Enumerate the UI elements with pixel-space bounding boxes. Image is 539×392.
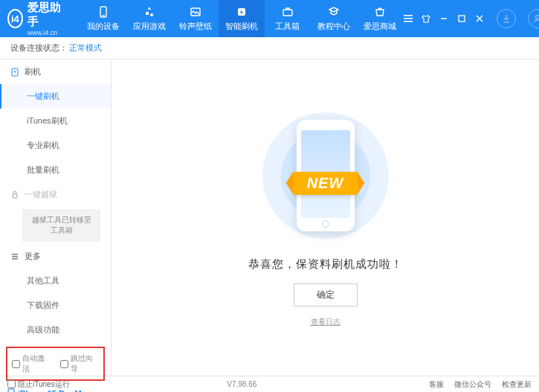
maximize-icon[interactable] bbox=[456, 13, 467, 24]
auto-activate-checkbox[interactable]: 自动激活 bbox=[12, 353, 51, 374]
menu-icon[interactable] bbox=[403, 13, 413, 24]
success-illustration: NEW bbox=[244, 109, 407, 242]
skip-setup-checkbox[interactable]: 跳过向导 bbox=[60, 353, 100, 374]
sidebar-pro-flash[interactable]: 专业刷机 bbox=[0, 133, 111, 158]
sidebar-batch-flash[interactable]: 批量刷机 bbox=[0, 158, 111, 182]
version-label: V7.98.66 bbox=[227, 380, 256, 388]
main-nav: 我的设备 应用游戏 铃声壁纸 智能刷机 工具箱 教程中心 爱思商城 bbox=[80, 0, 403, 37]
footer-wechat[interactable]: 微信公众号 bbox=[454, 379, 491, 390]
new-ribbon: NEW bbox=[294, 172, 358, 195]
nav-toolbox[interactable]: 工具箱 bbox=[265, 0, 311, 37]
shop-icon bbox=[373, 5, 387, 19]
nav-my-device[interactable]: 我的设备 bbox=[80, 0, 126, 37]
window-controls bbox=[403, 9, 539, 28]
sidebar-itunes-flash[interactable]: iTunes刷机 bbox=[0, 109, 111, 133]
block-itunes-checkbox[interactable]: 阻止iTunes运行 bbox=[7, 379, 70, 390]
svg-point-12 bbox=[535, 16, 539, 19]
titlebar: i4 爱思助手 www.i4.cn 我的设备 应用游戏 铃声壁纸 智能刷机 工具… bbox=[0, 0, 539, 37]
skin-icon[interactable] bbox=[421, 13, 431, 24]
sidebar-group-more[interactable]: 更多 bbox=[0, 244, 111, 269]
close-icon[interactable] bbox=[474, 13, 485, 24]
nav-flash[interactable]: 智能刷机 bbox=[219, 0, 265, 37]
sidebar-group-jailbreak: 一键越狱 bbox=[0, 182, 111, 207]
svg-rect-18 bbox=[8, 389, 14, 392]
svg-rect-9 bbox=[459, 16, 465, 22]
more-icon bbox=[10, 252, 19, 261]
svg-rect-7 bbox=[404, 21, 413, 22]
wallpaper-icon bbox=[189, 5, 202, 19]
minimize-icon[interactable] bbox=[439, 13, 449, 24]
sidebar-group-flash[interactable]: 刷机 bbox=[0, 60, 111, 84]
tutorial-icon bbox=[327, 5, 340, 19]
toolbox-icon bbox=[281, 5, 294, 19]
sidebar-other-tools[interactable]: 其他工具 bbox=[0, 269, 111, 293]
success-message: 恭喜您，保资料刷机成功啦！ bbox=[248, 257, 403, 271]
sidebar-advanced[interactable]: 高级功能 bbox=[0, 318, 111, 342]
user-button[interactable] bbox=[528, 9, 539, 28]
app-url: www.i4.cn bbox=[28, 29, 62, 36]
jailbreak-note: 越狱工具已转移至工具箱 bbox=[22, 209, 100, 242]
svg-rect-5 bbox=[404, 15, 413, 16]
svg-rect-4 bbox=[283, 10, 292, 16]
nav-apps[interactable]: 应用游戏 bbox=[126, 0, 172, 37]
svg-rect-14 bbox=[13, 194, 17, 198]
nav-shop[interactable]: 爱思商城 bbox=[357, 0, 403, 37]
status-label: 设备连接状态： bbox=[10, 42, 68, 54]
device-icon bbox=[97, 5, 110, 19]
main-panel: NEW 恭喜您，保资料刷机成功啦！ 确定 查看日志 bbox=[112, 60, 539, 376]
svg-rect-6 bbox=[404, 18, 413, 19]
app-name: 爱思助手 bbox=[28, 1, 62, 29]
flash-icon bbox=[235, 5, 248, 19]
view-log-link[interactable]: 查看日志 bbox=[311, 317, 340, 327]
footer-support[interactable]: 客服 bbox=[429, 379, 444, 390]
app-logo: i4 爱思助手 www.i4.cn bbox=[7, 1, 62, 36]
lock-icon bbox=[10, 190, 19, 199]
download-button[interactable] bbox=[497, 9, 516, 28]
status-bar: 设备连接状态： 正常模式 bbox=[0, 37, 539, 60]
nav-tutorials[interactable]: 教程中心 bbox=[311, 0, 357, 37]
sidebar-download-fw[interactable]: 下载固件 bbox=[0, 293, 111, 318]
flash-group-icon bbox=[10, 68, 19, 77]
nav-ringtones[interactable]: 铃声壁纸 bbox=[172, 0, 219, 37]
logo-icon: i4 bbox=[7, 9, 23, 28]
apps-icon bbox=[143, 5, 156, 19]
ok-button[interactable]: 确定 bbox=[294, 283, 358, 306]
sidebar: 刷机 一键刷机 iTunes刷机 专业刷机 批量刷机 一键越狱 越狱工具已转移至… bbox=[0, 60, 112, 376]
footer-update[interactable]: 检查更新 bbox=[502, 379, 532, 390]
options-box: 自动激活 跳过向导 bbox=[6, 347, 105, 381]
sidebar-oneclick-flash[interactable]: 一键刷机 bbox=[0, 84, 111, 109]
status-value: 正常模式 bbox=[69, 42, 102, 54]
